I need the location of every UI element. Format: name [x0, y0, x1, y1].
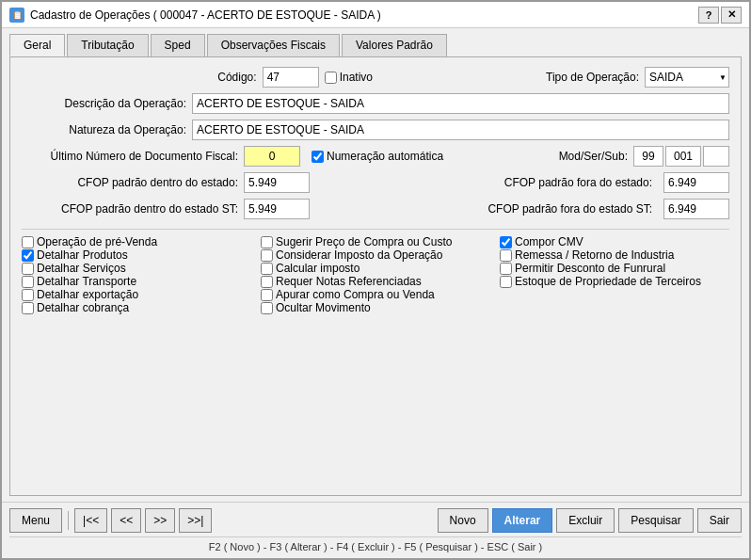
chk-requer-notas: Requer Notas Referenciadas: [261, 275, 490, 288]
codigo-label: Código:: [217, 71, 256, 84]
natureza-label: Natureza da Operação:: [22, 123, 186, 136]
col1: Operação de pré-Venda Detalhar Produtos …: [22, 235, 251, 314]
chk-compor-cmv: Compor CMV: [500, 235, 729, 248]
alterar-button[interactable]: Alterar: [492, 508, 553, 533]
ultimo-num-input[interactable]: [244, 146, 300, 167]
next-button[interactable]: >>: [145, 508, 175, 533]
col3: Compor CMV Remessa / Retorno de Industri…: [500, 235, 729, 314]
descricao-input[interactable]: [192, 93, 729, 114]
mod-inputs: [633, 146, 729, 167]
cfop-fora-input[interactable]: [663, 172, 729, 193]
footer-buttons: Menu |<< << >> >>| Novo Alterar Excluir …: [9, 508, 742, 533]
close-button[interactable]: ✕: [721, 7, 742, 24]
pesquisar-button[interactable]: Pesquisar: [618, 508, 693, 533]
last-button[interactable]: >>|: [179, 508, 212, 533]
prev-button[interactable]: <<: [111, 508, 141, 533]
codigo-input[interactable]: [263, 67, 319, 88]
tab-content-geral: Código: Inativo Tipo de Operação: SAIDA …: [9, 56, 742, 496]
chk-estoque-terceiros: Estoque de Propriedade de Terceiros: [500, 275, 729, 288]
numeracao-automatica-checkbox[interactable]: [312, 151, 324, 163]
cfop-fora-label: CFOP padrão fora do estado:: [504, 176, 652, 189]
cfop-dentro-st-input[interactable]: [244, 199, 310, 219]
row-cfop1: CFOP padrão dentro do estado: CFOP padrã…: [22, 172, 729, 193]
novo-button[interactable]: Novo: [438, 508, 488, 533]
chk-desconto-funrural: Permitir Desconto de Funrural: [500, 262, 729, 275]
tab-geral[interactable]: Geral: [9, 34, 65, 56]
cfop-fora-st-label: CFOP padrão fora do estado ST:: [487, 202, 652, 216]
inativo-checkbox-label: Inativo: [325, 71, 373, 84]
descricao-label: Descrição da Operação:: [22, 97, 186, 110]
mod-label: Mod/Ser/Sub:: [559, 150, 628, 163]
row-codigo: Código: Inativo Tipo de Operação: SAIDA …: [22, 67, 729, 88]
mod-input[interactable]: [633, 146, 663, 167]
chk-remessa: Remessa / Retorno de Industria: [500, 248, 729, 262]
window-title: Cadastro de Operações ( 000047 - ACERTO …: [30, 8, 381, 22]
chk-detalhar-servicos: Detalhar Serviços: [22, 262, 251, 275]
shortcut-bar: F2 ( Novo ) - F3 ( Alterar ) - F4 ( Excl…: [9, 536, 742, 552]
tab-sped[interactable]: Sped: [151, 34, 205, 56]
main-window: 📋 Cadastro de Operações ( 000047 - ACERT…: [0, 0, 751, 560]
tab-observacoes[interactable]: Observações Fiscais: [207, 34, 340, 56]
ser-input[interactable]: [665, 146, 701, 167]
tab-bar: Geral Tributação Sped Observações Fiscai…: [9, 34, 742, 56]
inativo-checkbox[interactable]: [325, 72, 337, 84]
chk-apurar-compra: Apurar como Compra ou Venda: [261, 288, 490, 301]
cfop-dentro-st-label: CFOP padrão dentro do estado ST:: [22, 202, 238, 216]
checkboxes-grid: Operação de pré-Venda Detalhar Produtos …: [22, 235, 729, 314]
footer-bar: Menu |<< << >> >>| Novo Alterar Excluir …: [2, 502, 749, 558]
menu-button[interactable]: Menu: [9, 508, 62, 533]
sair-button[interactable]: Sair: [697, 508, 742, 533]
help-button[interactable]: ?: [698, 7, 719, 24]
first-button[interactable]: |<<: [74, 508, 107, 533]
chk-pre-venda: Operação de pré-Venda: [22, 235, 251, 248]
tipo-operacao-wrapper: SAIDA ENTRADA: [645, 67, 729, 88]
cfop-dentro-input[interactable]: [244, 172, 310, 193]
content-area: Geral Tributação Sped Observações Fiscai…: [2, 28, 749, 502]
chk-calcular-imposto: Calcular imposto: [261, 262, 490, 275]
chk-sugerir-preco: Sugerir Preço de Compra ou Custo: [261, 235, 490, 248]
chk-detalhar-transporte: Detalhar Transporte: [22, 275, 251, 288]
tipo-operacao-label: Tipo de Operação:: [546, 71, 639, 84]
window-icon: 📋: [9, 8, 24, 23]
chk-considerar-imposto: Considerar Imposto da Operação: [261, 248, 490, 262]
chk-detalhar-exportacao: Detalhar exportação: [22, 288, 251, 301]
row-ultimo-num: Último Número de Documento Fiscal: Numer…: [22, 146, 729, 167]
natureza-input[interactable]: [192, 120, 729, 140]
row-natureza: Natureza da Operação:: [22, 120, 729, 140]
title-bar: 📋 Cadastro de Operações ( 000047 - ACERT…: [2, 2, 749, 28]
excluir-button[interactable]: Excluir: [556, 508, 615, 533]
tab-valores[interactable]: Valores Padrão: [342, 34, 447, 56]
separator1: [68, 511, 69, 530]
tab-tributacao[interactable]: Tributação: [67, 34, 148, 56]
cfop-dentro-label: CFOP padrão dentro do estado:: [22, 176, 238, 189]
sub-input[interactable]: [703, 146, 729, 167]
ultimo-num-label: Último Número de Documento Fiscal:: [22, 150, 238, 163]
row-cfop2: CFOP padrão dentro do estado ST: CFOP pa…: [22, 199, 729, 219]
chk-ocultar-movimento: Ocultar Movimento: [261, 301, 490, 314]
col2: Sugerir Preço de Compra ou Custo Conside…: [261, 235, 490, 314]
cfop-fora-st-input[interactable]: [663, 199, 729, 219]
chk-detalhar-produtos: Detalhar Produtos: [22, 248, 251, 262]
tipo-operacao-select[interactable]: SAIDA ENTRADA: [645, 67, 729, 88]
chk-detalhar-cobranca: Detalhar cobrança: [22, 301, 251, 314]
numeracao-automatica-label: Numeração automática: [312, 150, 443, 163]
row-descricao: Descrição da Operação:: [22, 93, 729, 114]
